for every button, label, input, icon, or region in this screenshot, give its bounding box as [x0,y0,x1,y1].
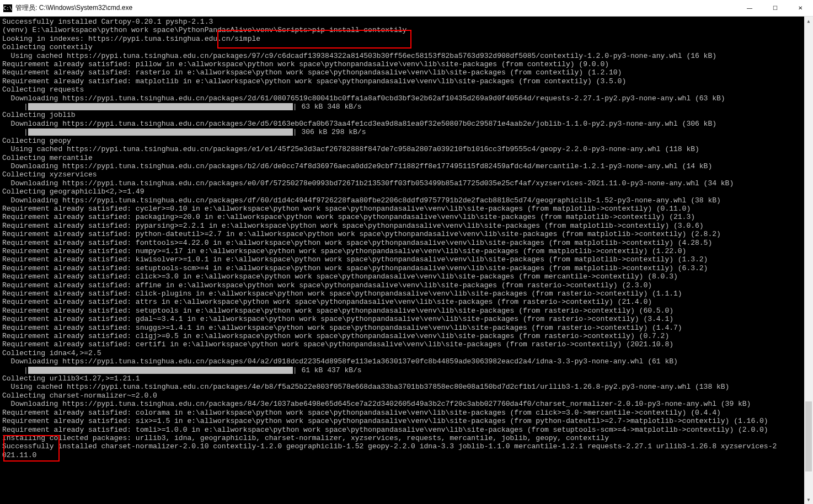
terminal-line: Requirement already satisfied: pillow in… [2,60,811,68]
terminal-line: Requirement already satisfied: matplotli… [2,77,811,85]
terminal-line: Requirement already satisfied: attrs in … [2,298,811,306]
terminal-line: Successfully installed charset-normalize… [2,442,811,451]
terminal-line: Requirement already satisfied: gdal~=3.4… [2,315,811,323]
terminal-line: || 61 kB 437 kB/s [2,366,811,374]
terminal-line: Using cached https://pypi.tuna.tsinghua.… [2,52,811,60]
terminal-line: Collecting joblib [2,111,811,119]
terminal-line: Requirement already satisfied: certifi i… [2,340,811,348]
terminal-line: Requirement already satisfied: cligj>=0.… [2,332,811,340]
terminal-line: Downloading https://pypi.tuna.tsinghua.e… [2,196,811,205]
titlebar-left: C:\ 管理员: C:\Windows\System32\cmd.exe [0,3,132,13]
terminal-line: Collecting urllib3<1.27,>=1.21.1 [2,374,811,383]
terminal-line: Collecting xyzservices [2,170,811,179]
cmd-icon: C:\ [3,4,12,12]
terminal-line: Requirement already satisfied: click-plu… [2,289,811,298]
terminal-output[interactable]: Successfully installed Cartopy-0.20.1 py… [0,17,813,504]
terminal-line: Downloading https://pypi.tuna.tsinghua.e… [2,400,811,408]
progress-bar-fill [28,367,293,374]
terminal-line: Requirement already satisfied: kiwisolve… [2,255,811,264]
scrollbar-thumb[interactable] [805,401,812,472]
terminal-line: Requirement already satisfied: rasterio … [2,68,811,77]
terminal-line: Requirement already satisfied: snuggs>=1… [2,324,811,332]
progress-bar-fill [28,128,293,136]
terminal-line: Requirement already satisfied: tomli>=1.… [2,426,811,434]
scroll-up-arrow-icon[interactable]: ▲ [804,17,813,25]
terminal-line: Requirement already satisfied: setuptool… [2,307,811,315]
terminal-line: Collecting contextily [2,43,811,51]
terminal-line: Requirement already satisfied: pyparsing… [2,222,811,230]
terminal-line: Requirement already satisfied: colorama … [2,409,811,417]
window-controls: — ☐ ✕ [737,0,813,17]
terminal-line: Using cached https://pypi.tuna.tsinghua.… [2,383,811,391]
window-title: 管理员: C:\Windows\System32\cmd.exe [15,3,132,13]
terminal-line: Collecting requests [2,85,811,94]
terminal-line: Requirement already satisfied: setuptool… [2,264,811,272]
terminal-line: Installing collected packages: urllib3, … [2,434,811,442]
terminal-line: Requirement already satisfied: click>=3.… [2,272,811,281]
terminal-line: Requirement already satisfied: cycler>=0… [2,205,811,213]
maximize-button[interactable]: ☐ [762,0,788,17]
terminal-line: Collecting idna<4,>=2.5 [2,349,811,357]
terminal-line: || 306 kB 298 kB/s [2,128,811,136]
terminal-line: Looking in indexes: https://pypi.tuna.ts… [2,35,811,43]
scrollbar-track[interactable] [804,25,813,495]
terminal-line: Collecting geopy [2,137,811,145]
terminal-line: Downloading https://pypi.tuna.tsinghua.e… [2,94,811,103]
terminal-line: Downloading https://pypi.tuna.tsinghua.e… [2,162,811,170]
terminal-line: Collecting charset-normalizer~=2.0.0 [2,392,811,400]
scroll-down-arrow-icon[interactable]: ▼ [804,495,813,504]
progress-bar-fill [28,103,293,110]
terminal-line: Downloading https://pypi.tuna.tsinghua.e… [2,179,811,187]
terminal-line: Collecting mercantile [2,154,811,162]
terminal-line: Downloading https://pypi.tuna.tsinghua.e… [2,357,811,366]
terminal-line: Downloading https://pypi.tuna.tsinghua.e… [2,120,811,128]
terminal-line: Requirement already satisfied: affine in… [2,281,811,289]
terminal-line: Requirement already satisfied: six>=1.5 … [2,417,811,425]
terminal-line: || 63 kB 348 kB/s [2,103,811,111]
terminal-line: (venv) E:\allworkspace\python work space… [2,26,811,34]
close-button[interactable]: ✕ [788,0,813,17]
terminal-line: Successfully installed Cartopy-0.20.1 py… [2,18,811,26]
window-titlebar: C:\ 管理员: C:\Windows\System32\cmd.exe — ☐… [0,0,813,17]
terminal-line: Requirement already satisfied: numpy>=1.… [2,247,811,255]
terminal-line: Requirement already satisfied: packaging… [2,213,811,221]
terminal-line: 021.11.0 [2,451,811,459]
terminal-line: Collecting geographiclib<2,>=1.49 [2,187,811,196]
vertical-scrollbar[interactable]: ▲ ▼ [804,17,813,504]
minimize-button[interactable]: — [737,0,762,17]
terminal-line: Using cached https://pypi.tuna.tsinghua.… [2,145,811,153]
terminal-line: Requirement already satisfied: python-da… [2,230,811,238]
terminal-line: Requirement already satisfied: fonttools… [2,239,811,247]
